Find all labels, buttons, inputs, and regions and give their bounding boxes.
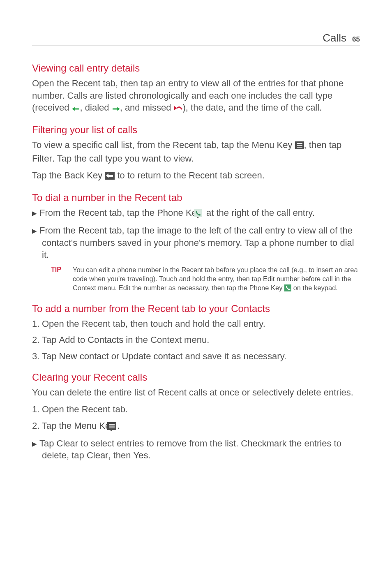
tip-block: TIP You can edit a phone number in the R…	[51, 265, 360, 294]
phone-key-icon	[284, 284, 291, 294]
svg-rect-14	[109, 424, 115, 425]
svg-rect-11	[194, 209, 202, 217]
list-item: 3.Tap New contact or Update contact and …	[32, 350, 360, 363]
bullet-marker: ▶	[32, 227, 39, 235]
svg-marker-3	[117, 107, 120, 111]
p-clearing: You can delete the entire list of Recent…	[32, 386, 360, 399]
list-add-contacts: 1.Open the Recent tab, then touch and ho…	[32, 318, 360, 363]
sub-list-clearing: ▶Tap Clear to select entries to remove f…	[32, 437, 360, 462]
num-marker: 2.	[32, 334, 42, 346]
heading-dial-number: To dial a number in the Recent tab	[32, 192, 360, 203]
tip-body: You can edit a phone number in the Recen…	[73, 265, 360, 294]
page-number: 65	[352, 35, 360, 44]
list-item: 1.Open the Recent tab, then touch and ho…	[32, 318, 360, 330]
num-marker: 1.	[32, 318, 42, 330]
received-arrow-icon	[72, 103, 80, 115]
missed-call-icon	[174, 103, 183, 115]
menu-key-icon	[295, 140, 304, 153]
list-dial: ▶From the Recent tab, tap the Phone Key …	[32, 207, 360, 261]
heading-clearing: Clearing your Recent calls	[32, 372, 360, 383]
p-viewing-details: Open the Recent tab, then tap an entry t…	[32, 77, 360, 115]
svg-rect-16	[109, 428, 115, 428]
svg-marker-4	[174, 106, 177, 110]
back-key-icon	[105, 171, 115, 183]
header-title: Calls	[323, 32, 346, 44]
dialed-arrow-icon	[112, 103, 120, 115]
num-marker: 2.	[32, 420, 42, 432]
heading-filtering: Filtering your list of calls	[32, 124, 360, 136]
list-item: ▶From the Recent tab, tap the Phone Key …	[32, 207, 360, 220]
p-filtering-1: To view a specific call list, from the R…	[32, 139, 360, 164]
list-item: 2.Tap Add to Contacts in the Context men…	[32, 334, 360, 346]
num-marker: 3.	[32, 350, 42, 363]
page: Calls 65 Viewing call entry details Open…	[0, 0, 392, 486]
svg-marker-1	[72, 107, 75, 111]
bullet-marker: ▶	[32, 440, 39, 448]
page-header: Calls 65	[32, 32, 360, 46]
list-item: ▶Tap Clear to select entries to remove f…	[32, 437, 360, 462]
p-filtering-2: Tap the Back Key to to return to the Rec…	[32, 169, 360, 183]
list-item: 2.Tap the Menu Key .	[32, 420, 360, 433]
bullet-marker: ▶	[32, 209, 39, 217]
tip-label: TIP	[51, 265, 61, 274]
svg-rect-12	[284, 284, 291, 291]
svg-rect-15	[109, 426, 115, 427]
list-item: 1.Open the Recent tab.	[32, 403, 360, 416]
svg-rect-8	[297, 147, 302, 148]
svg-rect-6	[297, 143, 302, 144]
heading-viewing-details: Viewing call entry details	[32, 62, 360, 74]
svg-rect-7	[297, 145, 302, 146]
list-item: ▶From the Recent tab, tap the image to t…	[32, 224, 360, 261]
list-clearing: 1.Open the Recent tab. 2.Tap the Menu Ke…	[32, 403, 360, 433]
heading-add-to-contacts: To add a number from the Recent tab to y…	[32, 303, 360, 314]
num-marker: 1.	[32, 403, 42, 416]
